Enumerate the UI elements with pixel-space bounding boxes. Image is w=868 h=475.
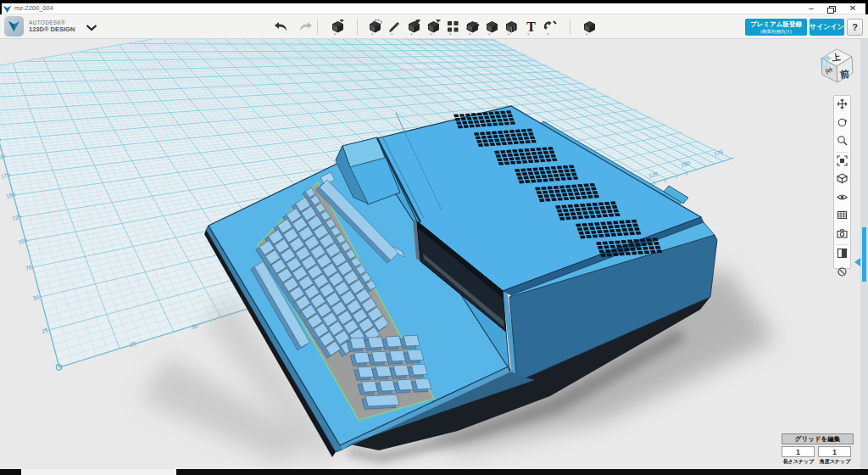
svg-text:上: 上 bbox=[831, 52, 842, 63]
svg-text:前: 前 bbox=[838, 68, 849, 79]
